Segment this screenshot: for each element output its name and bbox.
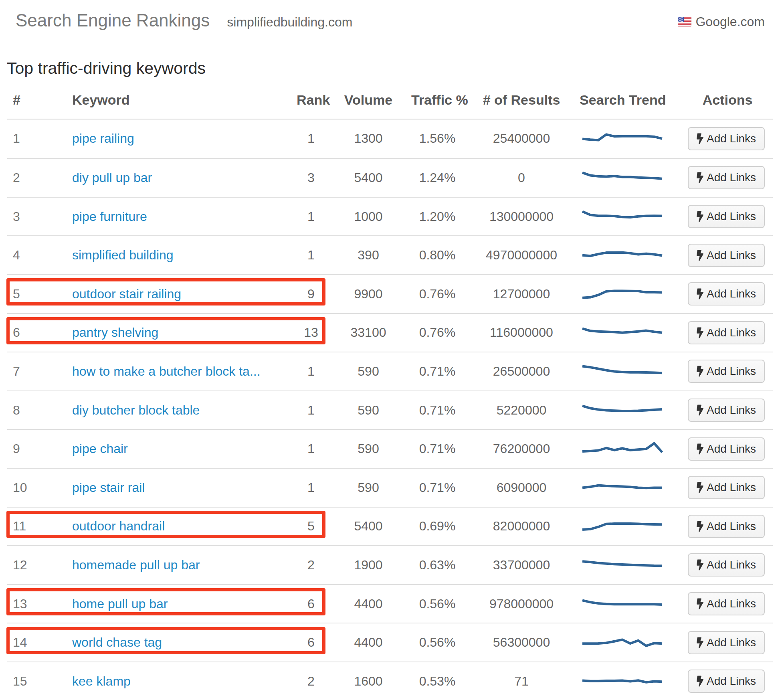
row-number: 14 — [7, 635, 67, 650]
keyword-link[interactable]: pantry shelving — [72, 325, 158, 340]
search-trend-cell — [580, 672, 665, 690]
lightning-bolt-icon — [697, 598, 703, 609]
search-engine-selector[interactable]: Google.com — [678, 14, 765, 29]
actions-cell: Add Links — [665, 631, 773, 654]
add-links-button[interactable]: Add Links — [688, 553, 765, 577]
add-links-label: Add Links — [707, 249, 756, 262]
add-links-button[interactable]: Add Links — [688, 360, 765, 383]
row-number: 4 — [7, 248, 67, 263]
add-links-button[interactable]: Add Links — [688, 244, 765, 267]
results-count-value: 25400000 — [463, 131, 580, 146]
lightning-bolt-icon — [697, 676, 703, 687]
search-trend-sparkline — [581, 208, 663, 225]
table-row: 6pantry shelving13331000.76%116000000Add… — [7, 313, 773, 352]
keyword-link[interactable]: how to make a butcher block ta... — [72, 364, 261, 378]
results-count-value: 71 — [463, 674, 580, 689]
section-heading: Top traffic-driving keywords — [7, 59, 780, 78]
keyword-cell: pantry shelving — [67, 325, 297, 340]
rank-value: 1 — [297, 209, 325, 224]
keyword-link[interactable]: diy pull up bar — [72, 170, 152, 185]
rank-value: 3 — [297, 170, 325, 185]
keyword-link[interactable]: outdoor handrail — [72, 519, 165, 533]
volume-value: 1600 — [325, 674, 411, 689]
table-row: 11outdoor handrail554000.69%82000000Add … — [7, 507, 773, 546]
traffic-percent-value: 0.80% — [411, 248, 463, 263]
keyword-link[interactable]: pipe railing — [72, 131, 134, 146]
keyword-link[interactable]: pipe furniture — [72, 209, 147, 224]
traffic-percent-value: 0.63% — [411, 558, 463, 573]
traffic-percent-value: 0.76% — [411, 325, 463, 340]
add-links-label: Add Links — [707, 210, 756, 223]
traffic-percent-value: 0.71% — [411, 480, 463, 495]
lightning-bolt-icon — [697, 250, 703, 261]
add-links-label: Add Links — [707, 326, 756, 339]
topbar: Search Engine Rankings simplifiedbuildin… — [0, 0, 780, 31]
volume-value: 33100 — [325, 325, 411, 340]
table-header-row: #KeywordRankVolumeTraffic %# of ResultsS… — [7, 91, 773, 119]
actions-cell: Add Links — [665, 205, 773, 228]
traffic-percent-value: 0.71% — [411, 364, 463, 379]
add-links-button[interactable]: Add Links — [688, 515, 765, 538]
keyword-link[interactable]: home pull up bar — [72, 597, 168, 611]
row-number: 11 — [7, 519, 67, 534]
keyword-cell: simplified building — [67, 248, 297, 263]
add-links-button[interactable]: Add Links — [688, 127, 765, 150]
lightning-bolt-icon — [697, 327, 703, 338]
add-links-button[interactable]: Add Links — [688, 476, 765, 499]
search-trend-cell — [580, 401, 665, 419]
keyword-link[interactable]: outdoor stair railing — [72, 287, 181, 301]
results-count-value: 5220000 — [463, 403, 580, 418]
table-row: 2diy pull up bar354001.24%0Add Links — [7, 158, 773, 197]
lightning-bolt-icon — [697, 637, 703, 648]
traffic-percent-value: 0.56% — [411, 597, 463, 611]
rank-value: 1 — [297, 480, 325, 495]
add-links-label: Add Links — [707, 558, 756, 571]
search-trend-sparkline — [581, 285, 663, 303]
rank-value: 2 — [297, 674, 325, 689]
search-trend-sparkline — [581, 324, 663, 342]
keyword-link[interactable]: simplified building — [72, 248, 174, 262]
table-header-col-search-trend: Search Trend — [580, 92, 665, 119]
keyword-link[interactable]: pipe chair — [72, 441, 128, 456]
table-row: 10pipe stair rail15900.71%6090000Add Lin… — [7, 468, 773, 507]
search-trend-cell — [580, 479, 665, 496]
keyword-link[interactable]: pipe stair rail — [72, 480, 145, 495]
add-links-button[interactable]: Add Links — [688, 282, 765, 305]
volume-value: 1300 — [325, 131, 411, 146]
row-number: 12 — [7, 558, 67, 573]
table-row: 3pipe furniture110001.20%130000000Add Li… — [7, 197, 773, 236]
search-trend-cell — [580, 556, 665, 574]
add-links-label: Add Links — [707, 132, 756, 145]
add-links-button[interactable]: Add Links — [688, 631, 765, 654]
add-links-button[interactable]: Add Links — [688, 321, 765, 344]
table-row: 15kee klamp216000.53%71Add Links — [7, 662, 773, 700]
actions-cell: Add Links — [665, 592, 773, 615]
results-count-value: 76200000 — [463, 441, 580, 456]
results-count-value: 33700000 — [463, 558, 580, 573]
volume-value: 4400 — [325, 635, 411, 650]
keyword-cell: home pull up bar — [67, 597, 297, 611]
add-links-button[interactable]: Add Links — [688, 205, 765, 228]
add-links-button[interactable]: Add Links — [688, 399, 765, 422]
keyword-link[interactable]: diy butcher block table — [72, 403, 200, 417]
lightning-bolt-icon — [697, 211, 703, 222]
add-links-button[interactable]: Add Links — [688, 592, 765, 615]
add-links-button[interactable]: Add Links — [688, 437, 765, 461]
keyword-link[interactable]: kee klamp — [72, 674, 131, 688]
results-count-value: 6090000 — [463, 480, 580, 495]
add-links-label: Add Links — [707, 287, 756, 300]
lightning-bolt-icon — [697, 172, 703, 183]
table-row: 12homemade pull up bar219000.63%33700000… — [7, 545, 773, 584]
row-number: 13 — [7, 597, 67, 611]
traffic-percent-value: 0.56% — [411, 635, 463, 650]
actions-cell: Add Links — [665, 282, 773, 305]
keyword-link[interactable]: world chase tag — [72, 635, 162, 649]
add-links-label: Add Links — [707, 597, 756, 610]
add-links-button[interactable]: Add Links — [688, 670, 765, 693]
add-links-button[interactable]: Add Links — [688, 166, 765, 189]
search-trend-sparkline — [581, 362, 663, 380]
search-trend-cell — [580, 130, 665, 148]
keyword-link[interactable]: homemade pull up bar — [72, 558, 200, 572]
search-trend-cell — [580, 634, 665, 651]
search-trend-sparkline — [581, 518, 663, 535]
